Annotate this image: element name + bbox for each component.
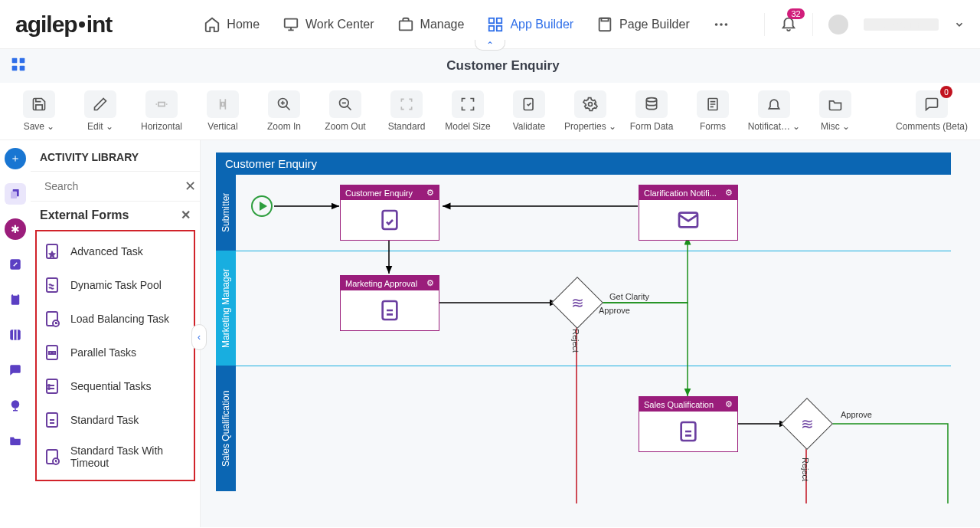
rail-clipboard[interactable] <box>5 289 26 310</box>
gear-icon[interactable]: ⚙ <box>725 399 733 409</box>
node-title: Sales Qualification <box>644 400 714 409</box>
left-rail: ＋ ✱ <box>0 140 31 527</box>
validate-icon <box>521 97 537 112</box>
rail-edit[interactable] <box>5 254 26 275</box>
gear-icon[interactable]: ⚙ <box>725 188 733 198</box>
align-h-icon <box>154 97 169 112</box>
gear-icon[interactable]: ⚙ <box>426 188 434 198</box>
node-customer-enquiry[interactable]: Customer Enquiry⚙ <box>340 185 439 241</box>
notifications-button[interactable]: 32 <box>780 15 797 34</box>
nav-items: Home Work Center Manage App Builder Page… <box>204 16 729 33</box>
library-item-sequential[interactable]: Sequential Tasks <box>37 369 194 403</box>
library-group-header[interactable]: External Forms ✕ <box>31 202 200 227</box>
clipboard-grid-icon <box>43 343 61 362</box>
clear-search[interactable]: ✕ <box>185 178 196 195</box>
library-item-label: Sequential Tasks <box>70 380 152 392</box>
library-heading: ACTIVITY LIBRARY <box>31 140 200 172</box>
rail-present[interactable] <box>5 395 26 416</box>
tool-horizontal[interactable]: Horizontal <box>135 90 188 132</box>
svg-rect-26 <box>13 294 18 296</box>
nav-home[interactable]: Home <box>204 16 260 33</box>
tool-properties[interactable]: Properties ⌄ <box>564 90 617 132</box>
node-marketing-approval[interactable]: Marketing Approval⚙ <box>340 275 439 331</box>
tool-formdata[interactable]: Form Data <box>625 90 678 132</box>
lane-sales[interactable]: Sales Qualification <box>216 366 236 491</box>
library-item-label: Advanced Task <box>70 245 143 257</box>
svg-point-10 <box>724 23 727 26</box>
tool-misc[interactable]: Misc ⌄ <box>808 90 862 132</box>
svg-rect-11 <box>12 57 18 63</box>
nav-workcenter[interactable]: Work Center <box>283 16 374 33</box>
rail-folder[interactable] <box>5 430 26 451</box>
avatar[interactable] <box>828 15 848 34</box>
tool-edit[interactable]: Edit ⌄ <box>74 90 127 132</box>
node-title: Customer Enquiry <box>345 189 413 198</box>
library-item-parallel[interactable]: Parallel Tasks <box>37 336 194 369</box>
tool-notifications[interactable]: Notificat… ⌄ <box>747 90 801 132</box>
node-sales-qualification[interactable]: Sales Qualification⚙ <box>639 396 738 452</box>
grid-toggle[interactable] <box>11 57 26 76</box>
clipboard-waves-icon <box>43 276 61 294</box>
svg-rect-13 <box>12 65 18 71</box>
tool-zoomin[interactable]: Zoom In <box>257 90 311 132</box>
nav-appbuilder-label: App Builder <box>510 18 573 31</box>
svg-rect-15 <box>158 103 165 107</box>
process-canvas[interactable]: Customer Enquiry Submitter Marketing Man… <box>216 152 951 505</box>
start-event[interactable] <box>251 195 273 217</box>
gateway-sales[interactable]: ≋ <box>781 398 833 450</box>
nav-more[interactable] <box>713 16 730 33</box>
collapse-titlebar[interactable]: ⌃ <box>475 40 505 51</box>
rail-library[interactable] <box>5 183 26 205</box>
tool-vertical[interactable]: Vertical <box>196 90 250 132</box>
lane-marketing[interactable]: Marketing Manager <box>216 251 236 366</box>
gear-icon[interactable]: ⚙ <box>426 278 434 288</box>
clipboard-timer-icon <box>43 448 61 466</box>
tool-modelsize[interactable]: Model Size <box>441 90 495 132</box>
folder-icon <box>828 97 843 112</box>
library-item-advanced-task[interactable]: Advanced Task <box>37 234 194 268</box>
tool-zoomout[interactable]: Zoom Out <box>318 90 372 132</box>
nav-home-label: Home <box>227 18 260 31</box>
tool-save[interactable]: Save ⌄ <box>12 90 66 132</box>
nav-pagebuilder[interactable]: Page Builder <box>596 16 690 33</box>
svg-point-28 <box>11 400 20 408</box>
copy-icon <box>9 188 21 200</box>
rail-add[interactable]: ＋ <box>5 148 26 169</box>
rail-lanes[interactable] <box>5 324 26 346</box>
svg-rect-4 <box>489 25 494 30</box>
tool-standard[interactable]: Standard <box>380 90 433 132</box>
library-item-label: Parallel Tasks <box>70 346 136 359</box>
library-search-input[interactable] <box>44 180 178 192</box>
svg-point-9 <box>720 23 723 26</box>
node-clarification[interactable]: Clarification Notifi...⚙ <box>639 185 738 241</box>
separator <box>812 13 813 36</box>
nav-appbuilder[interactable]: App Builder <box>487 16 573 33</box>
library-item-standard[interactable]: Standard Task <box>37 403 194 437</box>
tool-validate[interactable]: Validate <box>502 90 556 132</box>
tool-forms[interactable]: Forms <box>686 90 740 132</box>
library-item-dynamic-pool[interactable]: Dynamic Task Pool <box>37 268 194 302</box>
grid-icon <box>11 57 26 72</box>
gateway-marketing[interactable]: ≋ <box>551 277 603 329</box>
align-v-icon <box>215 97 230 112</box>
user-name[interactable]: username <box>864 18 939 31</box>
library-item-standard-timeout[interactable]: Standard Task With Timeout <box>37 437 194 477</box>
svg-rect-36 <box>53 352 55 354</box>
nav-manage[interactable]: Manage <box>397 16 465 33</box>
fullscreen-icon <box>460 97 475 112</box>
chat-icon <box>8 363 22 377</box>
collapse-library[interactable]: ‹ <box>191 324 207 350</box>
tool-comments-label: Comments (Beta) <box>896 121 968 132</box>
tool-comments[interactable]: Comments (Beta) <box>896 90 968 132</box>
tool-forms-label: Forms <box>700 121 726 132</box>
rail-integrations[interactable]: ✱ <box>5 218 26 240</box>
chevron-down-icon[interactable] <box>954 19 965 30</box>
svg-rect-12 <box>20 57 25 63</box>
close-group-icon[interactable]: ✕ <box>181 208 191 222</box>
tool-save-label: Save <box>24 121 44 132</box>
svg-point-8 <box>714 23 717 26</box>
rail-chat[interactable] <box>5 359 26 381</box>
clipboard-clock-icon <box>43 310 61 328</box>
library-item-load-balancing[interactable]: Load Balancing Task <box>37 302 194 336</box>
lane-submitter[interactable]: Submitter <box>216 174 236 251</box>
